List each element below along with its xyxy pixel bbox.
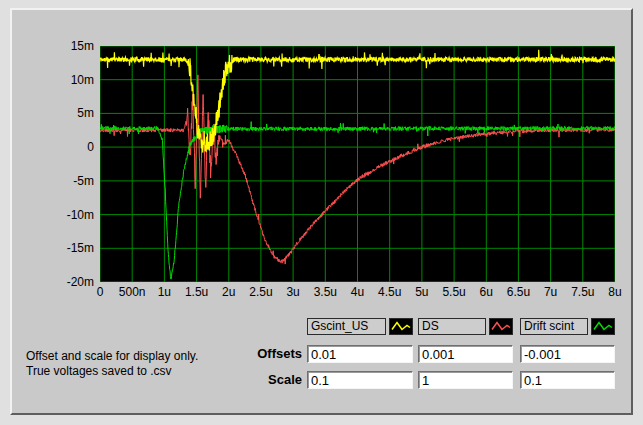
x-tick-label: 1u [158, 285, 171, 299]
x-tick-label: 3.5u [314, 285, 337, 299]
y-tick-label: -15m [67, 241, 94, 255]
y-tick-label: -20m [67, 275, 94, 289]
x-tick-label: 6u [480, 285, 493, 299]
x-tick-label: 2u [222, 285, 235, 299]
y-tick-label: -5m [73, 174, 94, 188]
x-tick-label: 3u [286, 285, 299, 299]
x-tick-label: 6.5u [507, 285, 530, 299]
offsets-label: Offsets [180, 345, 302, 363]
front-panel: 15m10m5m0-5m-10m-15m-20m 0500n1u1.5u2u2.… [10, 8, 633, 415]
legend-item-ds-cherenk[interactable]: DS cherenk [418, 318, 513, 335]
x-tick-label: 4.5u [378, 285, 401, 299]
scale-label: Scale [180, 371, 302, 389]
note-line-2: True voltages saved to .csv [26, 364, 198, 379]
labview-window: 15m10m5m0-5m-10m-15m-20m 0500n1u1.5u2u2.… [0, 0, 643, 425]
waveform-chart-svg [100, 46, 615, 282]
y-tick-label: 0 [87, 140, 94, 154]
legend-label-gscint-us: Gscint_US [307, 318, 386, 335]
legend-item-gscint-us[interactable]: Gscint_US [307, 318, 413, 335]
y-tick-label: 10m [71, 73, 94, 87]
y-axis-tick-labels: 15m10m5m0-5m-10m-15m-20m [12, 46, 96, 282]
legend-plot-icon-gscint-us[interactable] [389, 318, 413, 335]
x-tick-label: 8u [608, 285, 621, 299]
y-tick-label: -10m [67, 208, 94, 222]
legend-plot-icon-ds-cherenk[interactable] [489, 318, 513, 335]
x-tick-label: 4u [351, 285, 364, 299]
note-line-1: Offset and scale for display only. [26, 349, 198, 364]
offset-input-1[interactable] [307, 345, 413, 363]
y-tick-label: 5m [77, 106, 94, 120]
x-axis-tick-labels: 0500n1u1.5u2u2.5u3u3.5u4u4.5u5u5.5u6u6.5… [100, 285, 615, 299]
x-tick-label: 1.5u [185, 285, 208, 299]
legend-waveform-glyph [392, 323, 410, 330]
legend-label-ds-cherenk: DS cherenk [418, 318, 486, 335]
x-tick-label: 5.5u [442, 285, 465, 299]
legend-waveform-glyph [594, 323, 612, 330]
scale-input-2[interactable] [418, 371, 513, 389]
legend-plot-icon-drift-scint[interactable] [591, 318, 615, 335]
x-tick-label: 2.5u [249, 285, 272, 299]
offset-input-3[interactable] [520, 345, 615, 363]
y-tick-label: 15m [71, 39, 94, 53]
waveform-chart-plot-area [100, 46, 615, 282]
legend-waveform-glyph [492, 323, 510, 330]
legend-item-drift-scint[interactable]: Drift scint [520, 318, 615, 335]
note-text: Offset and scale for display only. True … [26, 349, 198, 379]
x-tick-label: 7u [544, 285, 557, 299]
scale-input-1[interactable] [307, 371, 413, 389]
offset-input-2[interactable] [418, 345, 513, 363]
x-tick-label: 7.5u [571, 285, 594, 299]
x-tick-label: 5u [415, 285, 428, 299]
x-tick-label: 0 [97, 285, 104, 299]
legend-label-drift-scint: Drift scint [520, 318, 588, 335]
x-tick-label: 500n [119, 285, 146, 299]
scale-input-3[interactable] [520, 371, 615, 389]
